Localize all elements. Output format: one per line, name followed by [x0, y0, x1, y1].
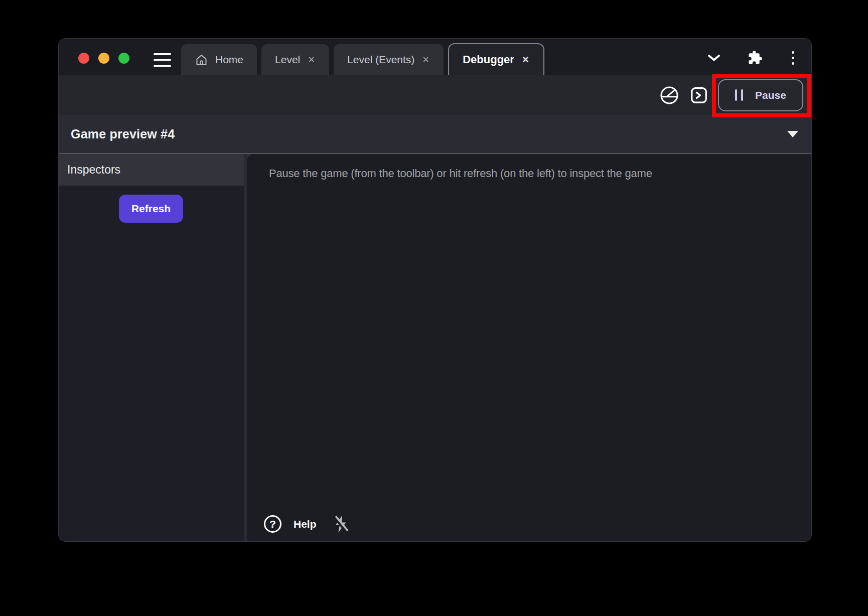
debugger-toolbar: Pause [59, 75, 811, 115]
pause-button-label: Pause [755, 89, 786, 101]
pause-button[interactable]: Pause [718, 79, 803, 111]
tab-bar: Home Level × Level (Events) × Debugger × [181, 43, 544, 75]
home-icon [195, 53, 208, 67]
titlebar: Home Level × Level (Events) × Debugger × [59, 39, 811, 75]
main-footer: ? Help [264, 515, 349, 533]
game-preview-selector[interactable]: Game preview #4 [59, 115, 811, 154]
inspectors-header: Inspectors [59, 154, 244, 186]
tab-debugger[interactable]: Debugger × [448, 43, 544, 75]
refresh-button[interactable]: Refresh [119, 195, 183, 223]
dropdown-caret-icon[interactable] [787, 131, 798, 137]
menu-icon[interactable] [154, 53, 171, 67]
titlebar-actions [707, 50, 796, 66]
close-tab-icon[interactable]: × [521, 54, 530, 65]
zoom-window-button[interactable] [118, 53, 129, 64]
game-preview-label: Game preview #4 [71, 127, 175, 141]
minimize-window-button[interactable] [98, 53, 109, 64]
more-options-icon[interactable] [790, 51, 796, 65]
question-mark: ? [269, 518, 276, 530]
pause-hint-message: Pause the game (from the toolbar) or hit… [247, 154, 811, 180]
tab-home[interactable]: Home [181, 44, 257, 75]
inspectors-body: Refresh [59, 186, 244, 541]
pause-icon [735, 89, 743, 101]
tab-label: Level [275, 54, 300, 66]
tab-level[interactable]: Level × [261, 44, 329, 75]
tab-level-events[interactable]: Level (Events) × [334, 44, 444, 75]
extensions-puzzle-icon[interactable] [748, 50, 763, 65]
content-area: Inspectors Refresh Pause the game (from … [59, 154, 811, 541]
inspector-main-area: Pause the game (from the toolbar) or hit… [247, 154, 811, 541]
help-label[interactable]: Help [294, 518, 317, 530]
close-tab-icon[interactable]: × [307, 54, 316, 65]
chevron-down-icon[interactable] [707, 54, 720, 62]
close-tab-icon[interactable]: × [421, 54, 430, 65]
help-icon[interactable]: ? [264, 515, 281, 533]
profiler-gauge-icon[interactable] [659, 85, 680, 106]
inspectors-panel: Inspectors Refresh [59, 154, 244, 541]
flash-off-icon[interactable] [333, 515, 349, 533]
console-icon[interactable] [689, 86, 708, 105]
app-window: Home Level × Level (Events) × Debugger × [58, 38, 812, 542]
close-window-button[interactable] [78, 53, 89, 64]
traffic-lights [78, 53, 129, 64]
tab-label: Home [215, 54, 243, 66]
tab-label: Level (Events) [347, 54, 414, 66]
tab-label: Debugger [463, 53, 514, 66]
inspectors-title: Inspectors [67, 163, 120, 177]
